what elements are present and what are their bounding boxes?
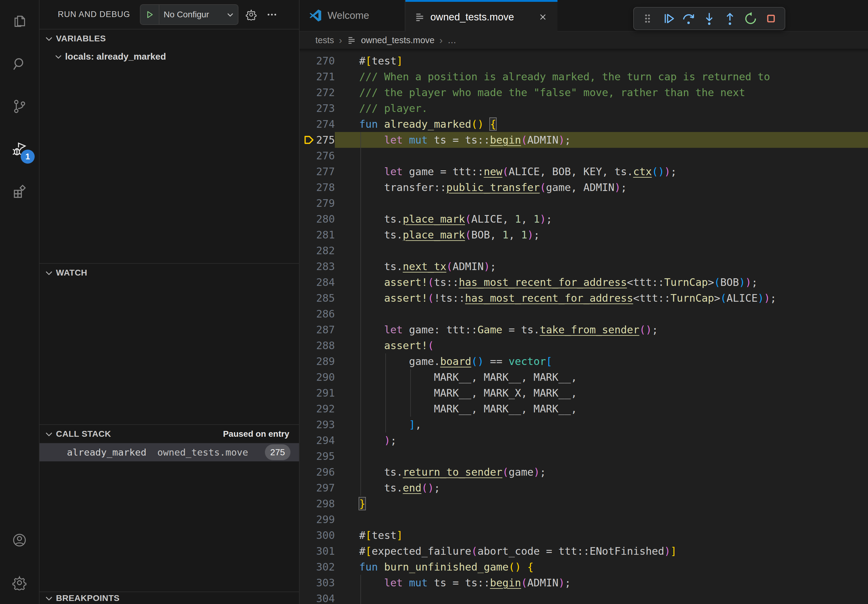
code-line: 296 ts.return_to_sender(game); — [299, 464, 868, 480]
breadcrumb-item[interactable]: owned_tests.move — [361, 35, 435, 45]
call-stack-section-header[interactable]: CALL STACK Paused on entry — [40, 425, 299, 443]
code-editor[interactable]: 270#[test]271/// When a position is alre… — [299, 49, 868, 604]
breakpoints-section-header[interactable]: BREAKPOINTS — [40, 592, 299, 604]
tab-welcome[interactable]: Welcome — [299, 0, 405, 31]
breadcrumb-separator: › — [339, 35, 342, 46]
line-content: let game = ttt::new(ALICE, BOB, KEY, ts.… — [335, 164, 868, 180]
line-number[interactable]: 281 — [299, 227, 335, 243]
restart-icon[interactable] — [742, 10, 760, 27]
line-number[interactable]: 290 — [299, 369, 335, 385]
chevron-down-icon — [44, 594, 54, 603]
tab-welcome-label: Welcome — [327, 10, 369, 21]
line-number[interactable]: 295 — [299, 448, 335, 464]
search-icon[interactable] — [0, 43, 39, 85]
stop-icon[interactable] — [762, 10, 780, 27]
line-number[interactable]: 278 — [299, 180, 335, 195]
stack-frame-row[interactable]: already_marked owned_tests.move 275 — [40, 443, 299, 462]
continue-icon[interactable] — [659, 10, 677, 27]
code-line: 304 — [299, 591, 868, 604]
variables-section-header[interactable]: VARIABLES — [40, 29, 299, 48]
line-content — [335, 306, 868, 322]
line-content: /// the player who made the "false" move… — [335, 85, 868, 101]
line-number[interactable]: 304 — [299, 591, 335, 604]
line-number[interactable]: 292 — [299, 401, 335, 417]
line-number[interactable]: 270 — [299, 53, 335, 69]
line-number[interactable]: 284 — [299, 274, 335, 290]
run-and-debug-icon[interactable]: 1 — [0, 128, 39, 170]
indent-guide — [360, 132, 361, 496]
frame-file-name: owned_tests.move — [157, 447, 248, 458]
line-content — [335, 591, 868, 604]
debug-toolbar — [633, 7, 785, 30]
line-number[interactable]: 297 — [299, 480, 335, 496]
line-number[interactable]: 280 — [299, 211, 335, 227]
call-stack-label: CALL STACK — [56, 429, 111, 439]
step-out-icon[interactable] — [721, 10, 739, 27]
debug-settings-gear-icon[interactable] — [243, 7, 259, 23]
line-number[interactable]: 296 — [299, 464, 335, 480]
code-line: 301#[expected_failure(abort_code = ttt::… — [299, 543, 868, 559]
code-line: 289 game.board() == vector[ — [299, 353, 868, 369]
line-number[interactable]: 299 — [299, 511, 335, 527]
debug-config-dropdown[interactable]: No Configur — [140, 4, 239, 25]
line-content: ts.place_mark(ALICE, 1, 1); — [335, 211, 868, 227]
line-number[interactable]: 289 — [299, 353, 335, 369]
line-number[interactable]: 279 — [299, 195, 335, 211]
line-number[interactable]: 286 — [299, 306, 335, 322]
vscode-window: 1 RUN AND DEBUG — [0, 0, 868, 604]
move-file-icon — [347, 36, 356, 45]
breadcrumb-item[interactable]: tests — [315, 35, 334, 45]
breadcrumb-item[interactable]: … — [447, 35, 456, 45]
line-number[interactable]: 303 — [299, 575, 335, 591]
line-content: let mut ts = ts::begin(ADMIN); — [335, 575, 868, 591]
step-over-icon[interactable] — [680, 10, 698, 27]
line-content: #[expected_failure(abort_code = ttt::ENo… — [335, 543, 868, 559]
line-number[interactable]: 288 — [299, 338, 335, 353]
variables-label: VARIABLES — [56, 34, 106, 43]
settings-gear-icon[interactable] — [0, 561, 39, 604]
tab-owned-tests[interactable]: owned_tests.move — [405, 0, 558, 32]
line-content: game.board() == vector[ — [335, 353, 868, 369]
line-number[interactable]: 283 — [299, 259, 335, 274]
watch-section-header[interactable]: WATCH — [40, 264, 299, 282]
breadcrumb[interactable]: tests›owned_tests.move›… — [299, 32, 868, 49]
more-actions-icon[interactable] — [264, 7, 280, 23]
line-number[interactable]: 301 — [299, 543, 335, 559]
line-number[interactable]: 302 — [299, 559, 335, 575]
code-line: 279 — [299, 195, 868, 211]
close-icon[interactable] — [538, 12, 548, 23]
line-number[interactable]: 285 — [299, 290, 335, 306]
line-number[interactable]: 276 — [299, 148, 335, 164]
line-content: MARK__, MARK__, MARK__, — [335, 369, 868, 385]
toolbar-gripper-icon[interactable] — [639, 10, 656, 27]
line-number[interactable]: 293 — [299, 417, 335, 432]
code-line: 277 let game = ttt::new(ALICE, BOB, KEY,… — [299, 164, 868, 180]
account-icon[interactable] — [0, 519, 39, 561]
line-number[interactable]: 277 — [299, 164, 335, 180]
line-content: fun burn_unfinished_game() { — [335, 559, 868, 575]
line-number[interactable]: 271 — [299, 69, 335, 85]
source-control-icon[interactable] — [0, 85, 39, 128]
explorer-icon[interactable] — [0, 0, 39, 43]
code-line: 278 transfer::public_transfer(game, ADMI… — [299, 180, 868, 195]
indent-guide — [385, 353, 386, 432]
code-line: 302fun burn_unfinished_game() { — [299, 559, 868, 575]
line-content: #[test] — [335, 53, 868, 69]
line-number[interactable]: 273 — [299, 101, 335, 116]
line-number[interactable]: 298 — [299, 496, 335, 511]
locals-scope-row[interactable]: locals: already_marked — [40, 48, 299, 65]
extensions-icon[interactable] — [0, 170, 39, 213]
step-into-icon[interactable] — [701, 10, 718, 27]
line-number[interactable]: 274 — [299, 116, 335, 132]
activity-bar: 1 — [0, 0, 40, 604]
line-number[interactable]: 282 — [299, 243, 335, 259]
line-number[interactable]: 291 — [299, 385, 335, 401]
line-number[interactable]: 287 — [299, 322, 335, 338]
start-debug-icon[interactable] — [141, 5, 160, 24]
line-number[interactable]: 272 — [299, 85, 335, 101]
line-number[interactable]: 294 — [299, 432, 335, 448]
line-number[interactable]: 300 — [299, 527, 335, 543]
line-content: ts.return_to_sender(game); — [335, 464, 868, 480]
line-content — [335, 448, 868, 464]
code-line: 291 MARK__, MARK_X, MARK__, — [299, 385, 868, 401]
